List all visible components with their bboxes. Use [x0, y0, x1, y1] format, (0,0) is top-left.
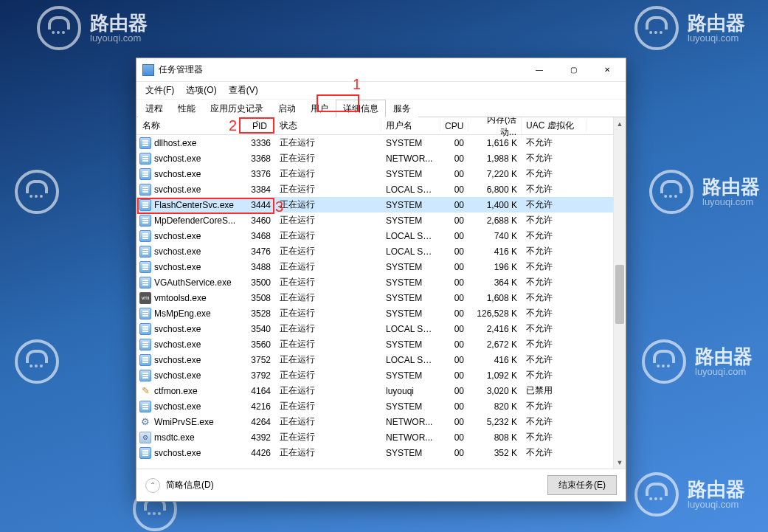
uac-cell: 不允许: [522, 446, 587, 459]
pid-cell: 3476: [240, 246, 275, 257]
menu-view[interactable]: 查看(V): [224, 83, 263, 98]
status-cell: 正在运行: [275, 214, 381, 227]
col-uac[interactable]: UAC 虚拟化: [522, 120, 587, 132]
table-row[interactable]: MpDefenderCoreS...3460正在运行SYSTEM002,688 …: [136, 213, 613, 228]
lock-icon: [634, 472, 679, 517]
mem-cell: 352 K: [468, 448, 522, 458]
table-body: dllhost.exe3336正在运行SYSTEM001,616 K不允许svc…: [136, 135, 613, 469]
titlebar[interactable]: 任务管理器 — ▢ ✕: [136, 58, 626, 82]
table-row[interactable]: svchost.exe3468正在运行LOCAL SE...00740 K不允许: [136, 228, 613, 243]
process-icon: [139, 153, 151, 165]
uac-cell: 不允许: [522, 152, 587, 165]
mem-cell: 2,416 K: [468, 324, 522, 334]
tab-performance[interactable]: 性能: [170, 100, 203, 117]
watermark: [15, 170, 59, 214]
uac-cell: 不允许: [522, 307, 587, 319]
watermark: 路由器luyouqi.com: [634, 6, 745, 50]
minimize-button[interactable]: —: [522, 59, 556, 81]
scroll-thumb[interactable]: [615, 265, 624, 324]
user-cell: SYSTEM: [381, 401, 440, 412]
process-icon: [139, 261, 151, 273]
mem-cell: 196 K: [468, 262, 522, 272]
uac-cell: 不允许: [522, 353, 587, 366]
maximize-button[interactable]: ▢: [556, 59, 590, 81]
close-button[interactable]: ✕: [590, 59, 624, 81]
table-row[interactable]: WmiPrvSE.exe4264正在运行NETWOR...005,232 K不允…: [136, 414, 613, 429]
footer: ⌃ 简略信息(D) 结束任务(E): [136, 469, 626, 501]
table-row[interactable]: svchost.exe3560正在运行SYSTEM002,672 K不允许: [136, 336, 613, 352]
user-cell: SYSTEM: [381, 262, 440, 272]
table-row[interactable]: msdtc.exe4392正在运行NETWOR...00808 K不允许: [136, 429, 613, 445]
table-row[interactable]: svchost.exe3384正在运行LOCAL SE...006,800 K不…: [136, 182, 613, 197]
col-cpu[interactable]: CPU: [440, 121, 468, 131]
process-icon: [139, 137, 151, 149]
tab-users[interactable]: 用户: [303, 100, 336, 117]
table-row[interactable]: dllhost.exe3336正在运行SYSTEM001,616 K不允许: [136, 135, 613, 151]
process-name: svchost.exe: [154, 448, 201, 458]
status-cell: 正在运行: [275, 322, 381, 335]
col-status[interactable]: 状态: [275, 120, 381, 132]
col-pid[interactable]: PID: [240, 121, 275, 131]
uac-cell: 不允许: [522, 322, 587, 335]
table-row[interactable]: svchost.exe3476正在运行LOCAL SE...00416 K不允许: [136, 243, 613, 259]
table-row[interactable]: VGAuthService.exe3500正在运行SYSTEM00364 K不允…: [136, 274, 613, 290]
cpu-cell: 00: [440, 184, 468, 195]
process-name: vmtoolsd.exe: [154, 293, 207, 303]
fewer-details-button[interactable]: ⌃ 简略信息(D): [145, 478, 214, 493]
status-cell: 正在运行: [275, 137, 381, 149]
tab-services[interactable]: 服务: [386, 100, 418, 117]
col-user[interactable]: 用户名: [381, 120, 440, 132]
pid-cell: 4426: [240, 448, 275, 458]
table-row[interactable]: MsMpEng.exe3528正在运行SYSTEM00126,528 K不允许: [136, 305, 613, 321]
tab-processes[interactable]: 进程: [138, 100, 170, 117]
vertical-scrollbar[interactable]: ▲ ▼: [613, 117, 626, 469]
table-row[interactable]: FlashCenterSvc.exe3444正在运行SYSTEM001,400 …: [136, 197, 613, 213]
process-icon: [139, 370, 151, 381]
user-cell: luyouqi: [381, 386, 440, 396]
table-row[interactable]: svchost.exe4216正在运行SYSTEM00820 K不允许: [136, 398, 613, 414]
process-name: svchost.exe: [154, 153, 201, 164]
col-mem[interactable]: 内存(活动...: [468, 117, 522, 139]
lock-icon: [15, 339, 59, 384]
process-name: ctfmon.exe: [154, 386, 198, 396]
menu-file[interactable]: 文件(F): [141, 83, 179, 98]
table-row[interactable]: ctfmon.exe4164正在运行luyouqi003,020 K已禁用: [136, 383, 613, 398]
scroll-up-icon[interactable]: ▲: [614, 117, 626, 130]
process-name: MsMpEng.exe: [154, 308, 211, 319]
uac-cell: 不允许: [522, 167, 587, 180]
process-icon: [139, 199, 151, 211]
tab-details[interactable]: 详细信息: [336, 100, 386, 117]
user-cell: LOCAL SE...: [381, 184, 440, 195]
end-task-button[interactable]: 结束任务(E): [547, 475, 617, 495]
process-name: svchost.exe: [154, 246, 201, 257]
cpu-cell: 00: [440, 448, 468, 458]
uac-cell: 不允许: [522, 338, 587, 350]
table-row[interactable]: svchost.exe3792正在运行SYSTEM001,092 K不允许: [136, 367, 613, 383]
col-name[interactable]: 名称: [136, 120, 240, 132]
scroll-down-icon[interactable]: ▼: [614, 456, 626, 469]
pid-cell: 4216: [240, 401, 275, 412]
table-row[interactable]: svchost.exe3540正在运行LOCAL SE...002,416 K不…: [136, 321, 613, 336]
status-cell: 正在运行: [275, 431, 381, 443]
uac-cell: 不允许: [522, 400, 587, 412]
menu-options[interactable]: 选项(O): [181, 83, 221, 98]
uac-cell: 不允许: [522, 198, 587, 211]
status-cell: 正在运行: [275, 152, 381, 165]
tab-startup[interactable]: 启动: [271, 100, 303, 117]
table-row[interactable]: svchost.exe3376正在运行SYSTEM007,220 K不允许: [136, 166, 613, 182]
watermark: [15, 339, 59, 384]
table-row[interactable]: svchost.exe4426正在运行SYSTEM00352 K不允许: [136, 445, 613, 460]
table-row[interactable]: svchost.exe3368正在运行NETWOR...001,988 K不允许: [136, 151, 613, 166]
status-cell: 正在运行: [275, 353, 381, 366]
table-row[interactable]: vmvmtoolsd.exe3508正在运行SYSTEM001,608 K不允许: [136, 290, 613, 305]
cpu-cell: 00: [440, 339, 468, 350]
tab-app-history[interactable]: 应用历史记录: [203, 100, 271, 117]
process-name: VGAuthService.exe: [154, 277, 232, 288]
table-row[interactable]: svchost.exe3488正在运行SYSTEM00196 K不允许: [136, 259, 613, 274]
pid-cell: 4392: [240, 432, 275, 443]
pid-cell: 3752: [240, 355, 275, 365]
user-cell: NETWOR...: [381, 417, 440, 427]
status-cell: 正在运行: [275, 307, 381, 319]
watermark-cn: 路由器: [90, 13, 148, 34]
table-row[interactable]: svchost.exe3752正在运行LOCAL SE...00416 K不允许: [136, 352, 613, 367]
